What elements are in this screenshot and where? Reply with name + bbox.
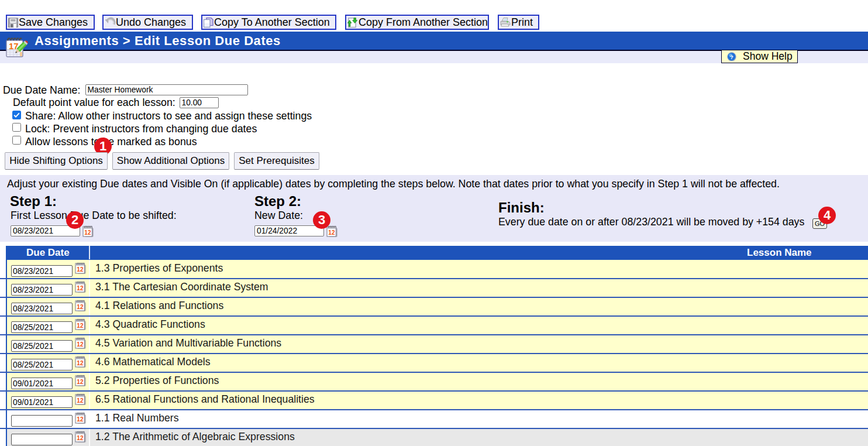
svg-text:?: ? [730,53,733,60]
svg-text:12: 12 [77,284,84,291]
svg-text:12: 12 [77,378,84,385]
svg-text:12: 12 [77,341,84,347]
svg-text:12: 12 [328,229,335,236]
svg-text:12: 12 [77,397,84,403]
svg-text:12: 12 [84,229,91,236]
svg-text:12: 12 [77,416,84,422]
svg-text:12: 12 [77,303,84,310]
svg-text:12: 12 [77,266,84,272]
svg-text:12: 12 [77,434,84,441]
svg-text:12: 12 [77,322,84,328]
svg-text:12: 12 [77,359,84,366]
